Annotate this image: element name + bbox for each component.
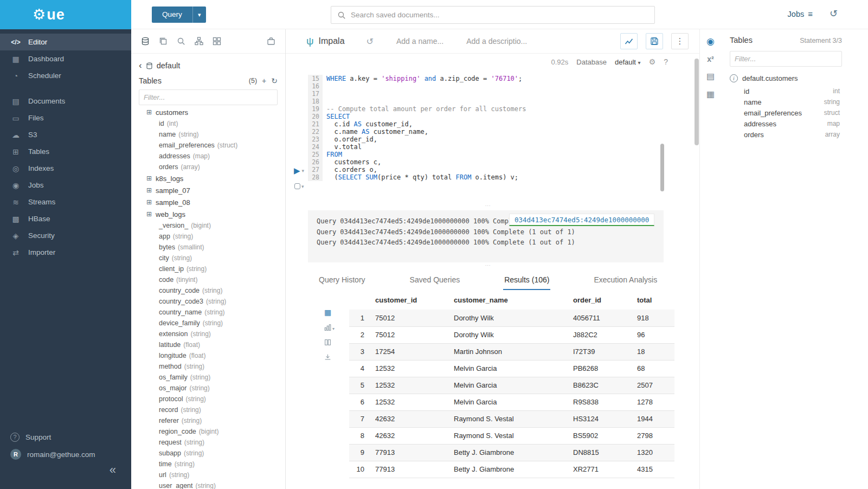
main-scrollbar[interactable] [695, 59, 699, 145]
query-name-field[interactable]: Add a name... [396, 37, 443, 46]
assist-column-longitude[interactable]: longitude(float) [146, 350, 283, 361]
chart-settings-button[interactable] [620, 33, 638, 49]
assist-column-method[interactable]: method(string) [146, 361, 283, 372]
schedule-calendar-icon[interactable]: ▦ [700, 89, 721, 99]
assist-column-request[interactable]: request(string) [146, 437, 283, 448]
results-row[interactable]: 742632Raymond S. VestalHS31241944 [349, 410, 674, 427]
tab-saved-queries[interactable]: Saved Queries [409, 273, 461, 290]
breadcrumb-database-name[interactable]: default [157, 61, 181, 70]
assist-column-addresses[interactable]: addresses(map) [146, 151, 283, 162]
assist-column-_version_[interactable]: _version_(bigint) [146, 220, 283, 231]
results-row[interactable]: 977913Betty J. GiambroneDN88151320 [349, 444, 674, 461]
assist-column-time[interactable]: time(string) [146, 459, 283, 469]
right-column-id[interactable]: idint [730, 86, 840, 96]
documents-copy-icon[interactable] [159, 37, 168, 46]
support-link[interactable]: ? Support [0, 428, 131, 446]
assist-table-k8s_logs[interactable]: ⊞k8s_logs [146, 172, 283, 184]
assist-column-client_ip[interactable]: client_ip(string) [146, 263, 283, 274]
results-col-customer_name[interactable]: customer_name [451, 292, 570, 310]
assist-column-extension[interactable]: extension(string) [146, 329, 283, 339]
right-column-orders[interactable]: ordersarray [730, 129, 840, 140]
right-filter-input[interactable] [735, 55, 837, 63]
sidebar-item-scheduler[interactable]: ◔Scheduler [0, 67, 131, 84]
results-row[interactable]: 842632Raymond S. VestalBS59022798 [349, 427, 674, 444]
assist-column-code[interactable]: code(tinyint) [146, 274, 283, 285]
right-column-addresses[interactable]: addressesmap [730, 118, 840, 129]
sidebar-item-jobs[interactable]: ◉Jobs [0, 177, 131, 194]
sidebar-item-editor[interactable]: </>Editor [0, 34, 131, 50]
bag-icon[interactable] [267, 37, 275, 46]
assist-column-city[interactable]: city(string) [146, 253, 283, 263]
sidebar-item-files[interactable]: ▭Files [0, 110, 131, 126]
assist-column-country_code3[interactable]: country_code3(string) [146, 296, 283, 307]
functions-icon[interactable]: x² [700, 55, 721, 63]
sidebar-item-indexes[interactable]: ◎Indexes [0, 160, 131, 177]
assist-filter-input[interactable] [144, 93, 273, 101]
results-row[interactable]: 1077913Betty J. GiambroneXR27714315 [349, 461, 674, 478]
assist-column-subapp[interactable]: subapp(string) [146, 448, 283, 459]
results-col-total[interactable]: total [634, 292, 674, 310]
results-row[interactable]: 317254Martin JohnsonI72T3918 [349, 343, 674, 360]
tab-query-history[interactable]: Query History [318, 273, 367, 290]
query-history-icon[interactable]: ↺ [830, 8, 838, 20]
sitemap-icon[interactable] [195, 37, 203, 46]
tab-results-106-[interactable]: Results (106) [503, 273, 550, 290]
assist-column-name[interactable]: name(string) [146, 129, 283, 140]
query-button[interactable]: Query [152, 7, 192, 23]
assist-column-protocol[interactable]: protocol(string) [146, 394, 283, 404]
results-col-order_id[interactable]: order_id [570, 292, 634, 310]
sidebar-item-documents[interactable]: ▤Documents [0, 93, 131, 110]
editor-scrollbar[interactable] [660, 144, 664, 191]
results-col-customer_id[interactable]: customer_id [372, 292, 451, 310]
settings-gear-icon[interactable]: ⚙ [649, 57, 656, 66]
assist-column-record[interactable]: record(string) [146, 404, 283, 415]
results-columns-icon[interactable] [324, 339, 335, 346]
assist-column-latitude[interactable]: latitude(float) [146, 339, 283, 350]
assist-column-bytes[interactable]: bytes(smallint) [146, 242, 283, 253]
assist-column-app[interactable]: app(string) [146, 231, 283, 242]
results-row[interactable]: 275012Dorothy WilkJ882C296 [349, 326, 674, 343]
assist-column-id[interactable]: id(int) [146, 118, 283, 129]
editor-resize-handle[interactable]: ∙∙∙ [308, 204, 668, 208]
results-row[interactable]: 512532Melvin GarciaB8623C2507 [349, 377, 674, 394]
results-row[interactable]: 612532Melvin GarciaR9S8381278 [349, 394, 674, 410]
code-editor[interactable]: 15WHERE a.key = 'shipping' and a.zip_cod… [308, 75, 668, 196]
assist-column-referer[interactable]: referer(string) [146, 415, 283, 426]
jobs-link[interactable]: Jobs ≡ [788, 9, 813, 18]
execute-button[interactable]: ▶ ▾ [294, 166, 304, 176]
assist-column-os_family[interactable]: os_family(string) [146, 372, 283, 383]
assist-table-customers[interactable]: ⊞customers [146, 106, 283, 118]
results-row[interactable]: 175012Dorothy Wilk4056711918 [349, 310, 674, 326]
sidebar-item-tables[interactable]: ⊞Tables [0, 143, 131, 160]
assist-column-device_family[interactable]: device_family(string) [146, 318, 283, 329]
sidebar-item-s3[interactable]: ☁S3 [0, 126, 131, 143]
snippet-history-icon[interactable]: ↺ [367, 36, 374, 47]
limit-button[interactable]: ▾ [294, 183, 304, 189]
sidebar-item-dashboard[interactable]: ▦Dashboard [0, 50, 131, 67]
sidebar-item-hbase[interactable]: ▩HBase [0, 210, 131, 227]
snippet-menu-button[interactable]: ⋮ [671, 33, 689, 49]
language-reference-icon[interactable]: ▤ [700, 71, 721, 81]
apps-grid-icon[interactable] [213, 37, 221, 46]
right-column-name[interactable]: namestring [730, 96, 840, 107]
assist-table-sample_07[interactable]: ⊞sample_07 [146, 184, 283, 196]
assist-column-user_agent[interactable]: user_agent(string) [146, 480, 283, 489]
query-id-popover[interactable]: 034d413ec7474ed5:4249de1000000000 [509, 214, 654, 226]
refresh-tables-icon[interactable]: ↻ [271, 76, 278, 85]
results-grid-icon[interactable]: ▦ [324, 308, 335, 317]
add-table-icon[interactable]: + [262, 76, 266, 85]
search-input[interactable] [351, 11, 648, 19]
assist-column-country_name[interactable]: country_name(string) [146, 307, 283, 318]
results-download-icon[interactable] [324, 353, 335, 361]
assistant-icon[interactable]: ◉ [700, 36, 721, 47]
assist-column-url[interactable]: url(string) [146, 469, 283, 480]
right-column-email_preferences[interactable]: email_preferencesstruct [730, 107, 840, 118]
results-chart-icon[interactable]: ▾ [324, 324, 335, 331]
database-select[interactable]: default ▾ [615, 58, 641, 66]
sidebar-collapse-button[interactable]: « [0, 463, 131, 477]
active-table-row[interactable]: i default.customers [730, 74, 859, 82]
query-description-field[interactable]: Add a descriptio... [466, 37, 527, 46]
help-icon[interactable]: ? [664, 57, 668, 66]
sidebar-item-security[interactable]: ◈Security [0, 227, 131, 244]
log-resize-handle[interactable]: ∙∙∙ [308, 263, 668, 267]
